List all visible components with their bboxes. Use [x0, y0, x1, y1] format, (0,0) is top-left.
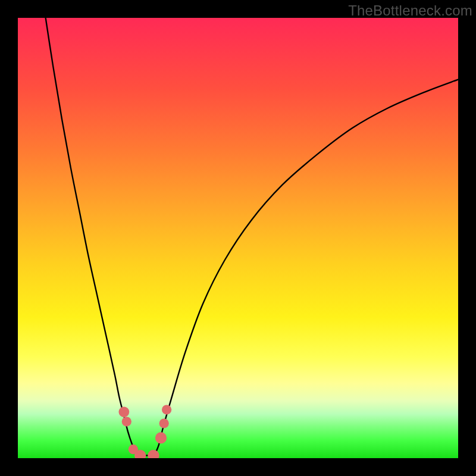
plot-area: [18, 18, 458, 458]
marker-point: [155, 432, 167, 443]
curve-overlay: [18, 18, 458, 458]
watermark-text: TheBottleneck.com: [348, 2, 472, 19]
marker-point: [162, 405, 171, 414]
curve-right-branch: [154, 80, 458, 456]
curve-left-branch: [44, 18, 154, 456]
marker-point: [159, 418, 169, 428]
marker-point: [118, 406, 129, 417]
marker-point: [148, 450, 159, 458]
marker-point: [122, 416, 131, 426]
markers-group: [118, 405, 171, 458]
chart-frame: TheBottleneck.com: [0, 0, 476, 476]
